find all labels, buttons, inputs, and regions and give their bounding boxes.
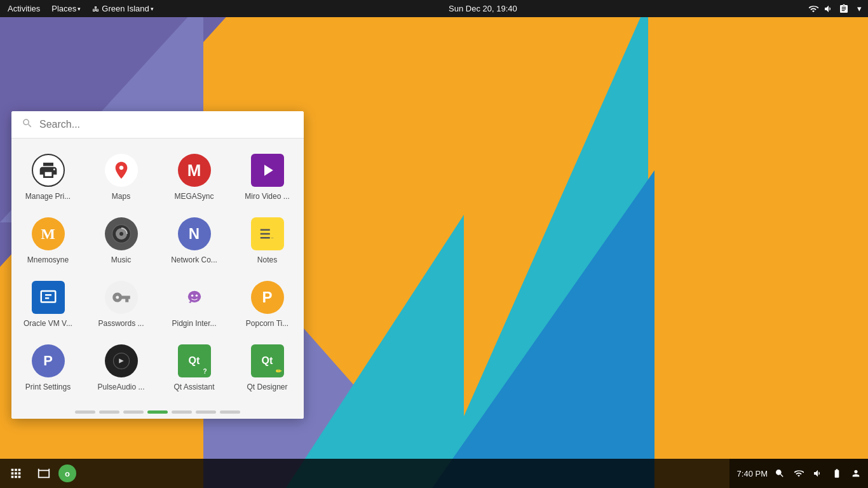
window-manager-button[interactable] xyxy=(31,460,57,487)
app-label-manage-print: Manage Pri... xyxy=(20,192,77,201)
places-arrow: ▾ xyxy=(78,6,81,12)
app-label-network-co: Network Co... xyxy=(166,255,223,264)
svg-point-7 xyxy=(195,294,197,296)
taskbar-user-icon[interactable] xyxy=(849,466,863,480)
app-label-print-settings: Print Settings xyxy=(20,383,77,391)
app-icon-notes xyxy=(251,217,284,250)
taskbar-wifi-icon[interactable] xyxy=(792,466,806,480)
app-item-print-settings[interactable]: PPrint Settings xyxy=(11,336,85,399)
app-icon-music xyxy=(105,217,138,250)
taskbar-left: o xyxy=(0,460,76,487)
app-icon-network-co: N xyxy=(178,217,211,250)
volume-icon[interactable] xyxy=(822,0,835,17)
app-item-popcorn-time[interactable]: PPopcorn Ti... xyxy=(231,272,304,336)
wifi-icon[interactable] xyxy=(807,0,820,17)
topbar-datetime: Sun Dec 20, 19:40 xyxy=(159,4,807,13)
user-badge[interactable]: o xyxy=(58,464,76,482)
app-label-popcorn-time: Popcorn Ti... xyxy=(239,319,296,328)
app-item-manage-print[interactable]: Manage Pri... xyxy=(11,145,85,208)
app-icon-mnemosyne: M xyxy=(32,217,65,250)
places-menu[interactable]: Places ▾ xyxy=(46,0,86,17)
app-label-miro-video: Miro Video ... xyxy=(239,192,296,201)
desktop: Activities Places ▾ 🖧 Green Island ▾ Sun… xyxy=(0,0,868,488)
app-item-qt-designer[interactable]: Qt✏Qt Designer xyxy=(231,336,304,399)
apps-grid: Manage Pri...MapsMMEGASyncMiro Video ...… xyxy=(11,139,304,405)
network-prefix-icon: 🖧 xyxy=(92,5,99,13)
svg-point-3 xyxy=(119,232,123,236)
search-icon xyxy=(22,118,33,132)
app-item-notes[interactable]: Notes xyxy=(231,208,304,272)
app-label-pidgin: Pidgin Inter... xyxy=(166,319,223,328)
app-label-music: Music xyxy=(93,255,150,264)
network-arrow: ▾ xyxy=(151,6,154,12)
search-input[interactable] xyxy=(39,119,294,130)
app-label-qt-designer: Qt Designer xyxy=(239,383,296,391)
app-icon-qt-designer: Qt✏ xyxy=(251,344,284,377)
show-apps-button[interactable] xyxy=(3,460,29,487)
network-menu[interactable]: 🖧 Green Island ▾ xyxy=(87,0,158,17)
app-item-megasync[interactable]: MMEGASync xyxy=(158,145,231,208)
page-indicator-1[interactable] xyxy=(99,410,119,414)
page-indicator-5[interactable] xyxy=(196,410,216,414)
page-indicator-2[interactable] xyxy=(123,410,144,414)
taskbar-volume-icon[interactable] xyxy=(811,466,825,480)
app-label-pulseaudio: PulseAudio ... xyxy=(93,383,150,391)
topbar-dropdown[interactable]: ▾ xyxy=(853,0,865,17)
page-indicator-3[interactable] xyxy=(147,410,168,414)
app-icon-pulseaudio xyxy=(105,344,138,377)
app-icon-print-settings: P xyxy=(32,344,65,377)
app-label-megasync: MEGASync xyxy=(166,192,223,201)
app-item-miro-video[interactable]: Miro Video ... xyxy=(231,145,304,208)
app-icon-popcorn-time: P xyxy=(251,281,284,314)
clipboard-icon[interactable] xyxy=(837,0,850,17)
app-label-notes: Notes xyxy=(239,255,296,264)
svg-rect-4 xyxy=(41,291,55,302)
app-item-pidgin[interactable]: Pidgin Inter... xyxy=(158,272,231,336)
svg-point-5 xyxy=(187,291,200,302)
topbar-right: ▾ xyxy=(807,0,868,17)
app-icon-qt-assistant: Qt? xyxy=(178,344,211,377)
app-label-passwords: Passwords ... xyxy=(93,319,150,328)
app-item-music[interactable]: Music xyxy=(85,208,158,272)
taskbar-right: 7:40 PM xyxy=(729,459,868,488)
app-icon-megasync: M xyxy=(178,154,211,187)
app-item-passwords[interactable]: Passwords ... xyxy=(85,272,158,336)
app-item-network-co[interactable]: NNetwork Co... xyxy=(158,208,231,272)
page-indicators xyxy=(11,405,304,419)
svg-point-6 xyxy=(191,294,193,296)
app-icon-oracle-vm xyxy=(32,281,65,314)
app-item-mnemosyne[interactable]: MMnemosyne xyxy=(11,208,85,272)
app-item-oracle-vm[interactable]: Oracle VM V... xyxy=(11,272,85,336)
app-launcher: Manage Pri...MapsMMEGASyncMiro Video ...… xyxy=(11,111,304,419)
app-icon-pidgin xyxy=(178,281,211,314)
activities-button[interactable]: Activities xyxy=(3,0,45,17)
app-item-pulseaudio[interactable]: PulseAudio ... xyxy=(85,336,158,399)
taskbar: o 7:40 PM xyxy=(0,459,868,488)
topbar-left: Activities Places ▾ 🖧 Green Island ▾ xyxy=(0,0,159,17)
bg-shape-blue xyxy=(432,170,654,488)
taskbar-time: 7:40 PM xyxy=(737,469,768,478)
page-indicator-6[interactable] xyxy=(220,410,240,414)
app-label-qt-assistant: Qt Assistant xyxy=(166,383,223,391)
taskbar-battery-icon[interactable] xyxy=(830,466,844,480)
app-icon-maps xyxy=(105,154,138,187)
app-label-oracle-vm: Oracle VM V... xyxy=(20,319,77,328)
app-item-maps[interactable]: Maps xyxy=(85,145,158,208)
page-indicator-4[interactable] xyxy=(172,410,192,414)
app-label-mnemosyne: Mnemosyne xyxy=(20,255,77,264)
search-bar xyxy=(11,111,304,139)
topbar: Activities Places ▾ 🖧 Green Island ▾ Sun… xyxy=(0,0,868,17)
page-indicator-0[interactable] xyxy=(75,410,95,414)
taskbar-search-icon[interactable] xyxy=(773,466,787,480)
app-label-maps: Maps xyxy=(93,192,150,201)
app-icon-miro-video xyxy=(251,154,284,187)
app-icon-passwords xyxy=(105,281,138,314)
app-item-qt-assistant[interactable]: Qt?Qt Assistant xyxy=(158,336,231,399)
app-icon-manage-print xyxy=(32,154,65,187)
